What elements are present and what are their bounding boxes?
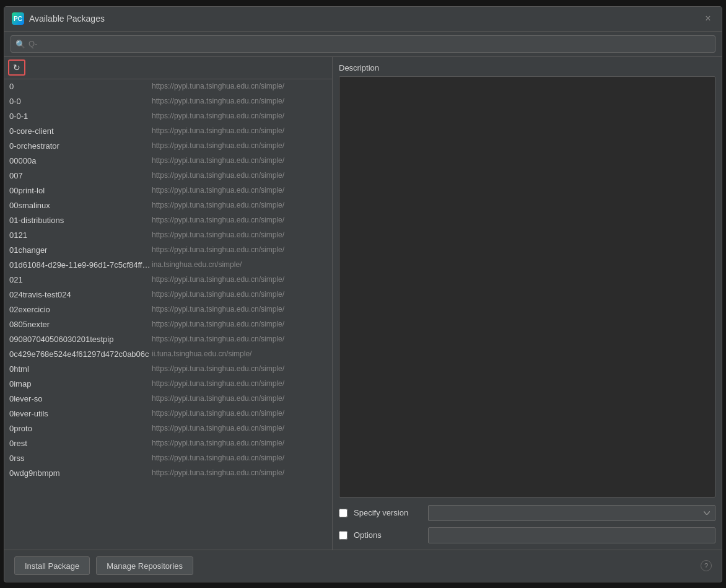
package-url: https://pypi.tuna.tsinghua.edu.cn/simple… [152, 201, 327, 209]
package-url: https://pypi.tuna.tsinghua.edu.cn/simple… [152, 290, 327, 299]
package-name: 00print-lol [9, 186, 152, 195]
install-package-button[interactable]: Install Package [14, 556, 90, 575]
package-row[interactable]: 0protohttps://pypi.tuna.tsinghua.edu.cn/… [4, 421, 332, 436]
package-name: 01changer [9, 245, 152, 255]
dialog-title: Available Packages [29, 14, 105, 24]
package-url: https://pypi.tuna.tsinghua.edu.cn/simple… [152, 424, 327, 432]
package-url: https://pypi.tuna.tsinghua.edu.cn/simple… [152, 439, 327, 447]
package-row[interactable]: 0-orchestratorhttps://pypi.tuna.tsinghua… [4, 139, 332, 154]
package-row[interactable]: 0121https://pypi.tuna.tsinghua.edu.cn/si… [4, 228, 332, 243]
refresh-button[interactable]: ↻ [8, 59, 25, 76]
package-url: ii.tuna.tsinghua.edu.cn/simple/ [152, 349, 327, 358]
package-url: ina.tsinghua.edu.cn/simple/ [152, 260, 327, 269]
package-name: 0c429e768e524e4f61297d472c0ab06c [9, 349, 152, 359]
package-url: https://pypi.tuna.tsinghua.edu.cn/simple… [152, 112, 327, 120]
options-input[interactable] [428, 527, 715, 543]
dialog-title-area: PC Available Packages [12, 12, 105, 25]
package-url: https://pypi.tuna.tsinghua.edu.cn/simple… [152, 364, 327, 373]
package-name: 0lever-so [9, 394, 152, 403]
package-row[interactable]: 0-0https://pypi.tuna.tsinghua.edu.cn/sim… [4, 94, 332, 109]
package-url: https://pypi.tuna.tsinghua.edu.cn/simple… [152, 186, 327, 195]
package-url: https://pypi.tuna.tsinghua.edu.cn/simple… [152, 468, 327, 477]
package-row[interactable]: 090807040506030201testpiphttps://pypi.tu… [4, 332, 332, 347]
options-area: Specify version Options [339, 505, 715, 543]
dialog-footer: Install Package Manage Repositories ? [4, 550, 722, 582]
package-url: https://pypi.tuna.tsinghua.edu.cn/simple… [152, 394, 327, 403]
package-row[interactable]: 0-0-1https://pypi.tuna.tsinghua.edu.cn/s… [4, 109, 332, 124]
package-name: 0-orchestrator [9, 141, 152, 151]
package-url: https://pypi.tuna.tsinghua.edu.cn/simple… [152, 171, 327, 180]
package-name: 021 [9, 275, 152, 284]
specify-version-checkbox[interactable] [339, 509, 348, 517]
package-name: 0wdg9nbmpm [9, 468, 152, 478]
dialog-overlay: PC Available Packages × 🔍 ↻ [0, 0, 726, 588]
package-row[interactable]: 01-distributionshttps://pypi.tuna.tsingh… [4, 213, 332, 228]
package-row[interactable]: 00print-lolhttps://pypi.tuna.tsinghua.ed… [4, 183, 332, 198]
specify-version-label: Specify version [354, 508, 422, 517]
package-url: https://pypi.tuna.tsinghua.edu.cn/simple… [152, 156, 327, 165]
package-name: 0rss [9, 454, 152, 463]
package-name: 0121 [9, 230, 152, 240]
options-label: Options [354, 530, 422, 540]
package-url: https://pypi.tuna.tsinghua.edu.cn/simple… [152, 454, 327, 462]
package-row[interactable]: 00000ahttps://pypi.tuna.tsinghua.edu.cn/… [4, 154, 332, 169]
package-name: 090807040506030201testpip [9, 335, 152, 344]
package-row[interactable]: 0resthttps://pypi.tuna.tsinghua.edu.cn/s… [4, 436, 332, 451]
package-row[interactable]: 0-core-clienthttps://pypi.tuna.tsinghua.… [4, 124, 332, 139]
package-row[interactable]: 021https://pypi.tuna.tsinghua.edu.cn/sim… [4, 273, 332, 287]
help-button[interactable]: ? [701, 560, 712, 571]
options-checkbox[interactable] [339, 531, 348, 540]
main-area: ↻ 0https://pypi.tuna.tsinghua.edu.cn/sim… [4, 57, 722, 550]
package-row[interactable]: 0lever-sohttps://pypi.tuna.tsinghua.edu.… [4, 392, 332, 406]
pycharm-icon: PC [12, 12, 24, 25]
package-name: 01-distributions [9, 216, 152, 225]
close-button[interactable]: × [702, 12, 714, 25]
description-area [339, 76, 715, 498]
package-row[interactable]: 00smalinuxhttps://pypi.tuna.tsinghua.edu… [4, 198, 332, 213]
package-row[interactable]: 01changerhttps://pypi.tuna.tsinghua.edu.… [4, 243, 332, 258]
search-input[interactable] [11, 35, 715, 53]
options-row: Options [339, 527, 715, 543]
package-name: 0805nexter [9, 320, 152, 329]
package-row[interactable]: 024travis-test024https://pypi.tuna.tsing… [4, 287, 332, 302]
package-url: https://pypi.tuna.tsinghua.edu.cn/simple… [152, 97, 327, 105]
package-name: 02exercicio [9, 305, 152, 314]
package-name: 0lever-utils [9, 409, 152, 418]
package-name: 01d61084-d29e-11e9-96d1-7c5cf84ffe8e [9, 260, 152, 270]
package-row[interactable]: 0805nexterhttps://pypi.tuna.tsinghua.edu… [4, 317, 332, 332]
package-url: https://pypi.tuna.tsinghua.edu.cn/simple… [152, 409, 327, 418]
left-panel: ↻ 0https://pypi.tuna.tsinghua.edu.cn/sim… [4, 57, 333, 550]
package-url: https://pypi.tuna.tsinghua.edu.cn/simple… [152, 305, 327, 314]
package-name: 00000a [9, 156, 152, 165]
package-name: 0html [9, 364, 152, 374]
package-list[interactable]: 0https://pypi.tuna.tsinghua.edu.cn/simpl… [4, 79, 332, 550]
package-name: 0proto [9, 424, 152, 433]
package-url: https://pypi.tuna.tsinghua.edu.cn/simple… [152, 82, 327, 90]
package-name: 0-core-client [9, 126, 152, 136]
package-url: https://pypi.tuna.tsinghua.edu.cn/simple… [152, 126, 327, 135]
version-dropdown[interactable] [428, 505, 715, 521]
package-name: 0 [9, 82, 152, 91]
package-row[interactable]: 007https://pypi.tuna.tsinghua.edu.cn/sim… [4, 169, 332, 183]
package-row[interactable]: 0imaphttps://pypi.tuna.tsinghua.edu.cn/s… [4, 377, 332, 392]
package-row[interactable]: 0rsshttps://pypi.tuna.tsinghua.edu.cn/si… [4, 451, 332, 466]
package-url: https://pypi.tuna.tsinghua.edu.cn/simple… [152, 230, 327, 239]
package-row[interactable]: 02exerciciohttps://pypi.tuna.tsinghua.ed… [4, 302, 332, 317]
package-row[interactable]: 0wdg9nbmpmhttps://pypi.tuna.tsinghua.edu… [4, 466, 332, 481]
package-name: 0rest [9, 439, 152, 448]
description-label: Description [339, 63, 715, 72]
package-row[interactable]: 0htmlhttps://pypi.tuna.tsinghua.edu.cn/s… [4, 362, 332, 377]
search-bar-container: 🔍 [4, 32, 722, 57]
package-url: https://pypi.tuna.tsinghua.edu.cn/simple… [152, 216, 327, 224]
package-row[interactable]: 0c429e768e524e4f61297d472c0ab06cii.tuna.… [4, 347, 332, 362]
package-row[interactable]: 01d61084-d29e-11e9-96d1-7c5cf84ffe8eina.… [4, 258, 332, 273]
package-row[interactable]: 0https://pypi.tuna.tsinghua.edu.cn/simpl… [4, 79, 332, 94]
package-name: 00smalinux [9, 201, 152, 210]
package-url: https://pypi.tuna.tsinghua.edu.cn/simple… [152, 141, 327, 150]
dialog-content: 🔍 ↻ 0https://pypi.tuna.tsinghua.edu.cn/s… [4, 32, 722, 550]
package-row[interactable]: 0lever-utilshttps://pypi.tuna.tsinghua.e… [4, 406, 332, 421]
manage-repositories-button[interactable]: Manage Repositories [96, 556, 193, 575]
package-url: https://pypi.tuna.tsinghua.edu.cn/simple… [152, 245, 327, 254]
package-name: 0imap [9, 379, 152, 388]
package-name: 024travis-test024 [9, 290, 152, 299]
